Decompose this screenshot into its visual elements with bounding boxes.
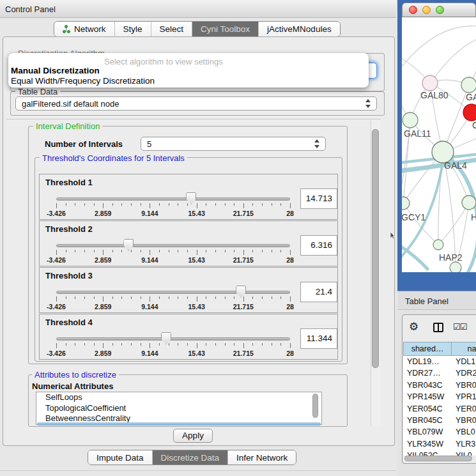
threshold-value-box[interactable]: 21.4 <box>300 282 337 302</box>
slider-tick-labels: -3.4262.8599.14415.4321.71528 <box>56 303 290 311</box>
table-panel-titlebar: Table Panel <box>397 291 476 310</box>
node-label: HAP2 <box>439 252 463 263</box>
tab-label: Style <box>123 24 142 34</box>
node-label: GAL80 <box>420 90 449 100</box>
table-row[interactable]: YIL052CYIL0 <box>403 451 476 456</box>
node-table: shared… na YDL19…YDL1YDR27…YDR2YBR043CYB… <box>403 342 476 456</box>
network-graph: GAL80 GA C GAL11 GAL4 GCY1 H HAP2 <box>402 17 476 272</box>
slider-track[interactable] <box>56 197 290 201</box>
list-horizontal-scrollbar[interactable] <box>37 422 321 426</box>
list-scrollbar[interactable] <box>312 394 318 418</box>
slider-track[interactable] <box>56 291 290 294</box>
apply-button[interactable]: Apply <box>173 429 213 443</box>
tick-label: 21.715 <box>233 210 254 217</box>
gear-icon[interactable]: ⚙ <box>409 320 418 334</box>
tick-label: 9.144 <box>141 256 158 264</box>
network-window-titlebar[interactable] <box>402 3 476 17</box>
table-horizontal-scrollbar[interactable] <box>404 456 472 461</box>
slider-ticks <box>56 343 290 349</box>
table-row[interactable]: YBL079WYBL0 <box>403 427 476 439</box>
table-row[interactable]: YBR043CYBR0 <box>403 381 476 392</box>
panel-scrollbar-thumb[interactable] <box>372 129 379 368</box>
network-view-frame: GAL80 GA C GAL11 GAL4 GCY1 H HAP2 <box>397 0 476 291</box>
tick-label: -3.426 <box>47 256 66 264</box>
slider-tick-labels: -3.4262.8599.14415.4321.71528 <box>56 256 290 264</box>
tick-label: -3.426 <box>47 303 66 311</box>
tab-network[interactable]: Network <box>54 22 114 36</box>
network-node-gcy1[interactable] <box>402 197 410 210</box>
split-columns-icon[interactable] <box>433 323 443 332</box>
tick-label: 2.859 <box>95 256 111 264</box>
threshold-value-box[interactable]: 14.713 <box>300 188 337 209</box>
zoom-traffic-light-icon[interactable] <box>436 6 444 14</box>
table-row[interactable]: YDL19…YDL1 <box>403 357 476 369</box>
table-panel-title: Table Panel <box>405 296 449 306</box>
network-node[interactable] <box>450 262 461 272</box>
network-icon <box>63 25 71 34</box>
close-traffic-light-icon[interactable] <box>409 6 417 14</box>
network-node-gal80[interactable] <box>422 75 438 91</box>
combobox-stepper-icon <box>365 99 371 108</box>
table-row[interactable]: YDR27…YDR2 <box>403 369 476 380</box>
tab-impute-data[interactable]: Impute Data <box>88 450 152 464</box>
tick-label: 21.715 <box>233 303 254 311</box>
combobox-stepper-icon <box>314 139 320 148</box>
top-tab-bar: Network Style Select Cyni Toolbox jActiv… <box>54 21 341 37</box>
threshold-value-box[interactable]: 11.344 <box>300 328 337 349</box>
tick-label: 15.43 <box>188 349 204 357</box>
thresholds-title: Threshold's Coordinates for 5 Intervals <box>40 153 187 163</box>
list-item[interactable]: TopologicalCoefficient <box>36 403 321 414</box>
tab-discretize-data[interactable]: Discretize Data <box>152 450 228 464</box>
slider-track[interactable] <box>56 337 290 341</box>
threshold-row: Threshold 2 -3.4262.8599.14415.4321.7152… <box>39 220 338 266</box>
network-node-hap2[interactable] <box>433 240 443 250</box>
network-node-h[interactable] <box>462 196 476 210</box>
tab-infer-network[interactable]: Infer Network <box>227 450 296 464</box>
threshold-row: Threshold 3 -3.4262.8599.14415.4321.7152… <box>39 267 338 313</box>
network-node-ga[interactable] <box>461 77 476 93</box>
tab-label: Discretize Data <box>161 453 220 463</box>
tab-label: Network <box>74 24 106 34</box>
tick-label: -3.426 <box>47 349 66 357</box>
table-data-combobox[interactable]: galFiltered.sif default node <box>15 96 377 111</box>
list-item[interactable]: SelfLoops <box>36 392 321 403</box>
number-of-intervals-label: Number of Intervals <box>45 139 123 149</box>
threshold-row: Threshold 4 -3.4262.8599.14415.4321.7152… <box>39 314 338 360</box>
threshold-slider[interactable]: -3.4262.8599.14415.4321.71528 <box>56 192 290 219</box>
table-row[interactable]: YPR145WYPR1 <box>403 392 476 404</box>
threshold-slider[interactable]: -3.4262.8599.14415.4321.71528 <box>56 286 290 312</box>
tab-select[interactable]: Select <box>151 22 192 36</box>
node-label: GAL4 <box>444 160 467 171</box>
popup-option-manual[interactable]: Manual Discretization <box>11 66 100 75</box>
slider-track[interactable] <box>56 244 290 247</box>
threshold-value-box[interactable]: 6.316 <box>300 235 337 256</box>
network-node-gal4[interactable] <box>432 141 454 163</box>
tab-style[interactable]: Style <box>114 22 151 36</box>
threshold-slider[interactable]: -3.4262.8599.14415.4321.71528 <box>56 332 290 359</box>
tab-label: Impute Data <box>96 453 144 463</box>
threshold-row: Threshold 1 -3.4262.8599.14415.4321.7152… <box>39 174 338 220</box>
minimize-traffic-light-icon[interactable] <box>422 6 431 14</box>
threshold-slider[interactable]: -3.4262.8599.14415.4321.71528 <box>56 239 290 266</box>
number-of-intervals-combobox[interactable]: 5 <box>141 137 326 151</box>
tab-cyni-toolbox[interactable]: Cyni Toolbox <box>192 22 258 36</box>
network-node-gal11[interactable] <box>403 112 418 128</box>
network-node-red[interactable] <box>463 104 476 121</box>
popup-option-equal-width[interactable]: Equal Width/Frequency Discretization <box>11 76 155 86</box>
column-header-shared-name[interactable]: shared… <box>403 342 452 356</box>
tab-label: Infer Network <box>236 453 288 463</box>
table-row[interactable]: YBR045CYBR0 <box>403 416 476 427</box>
threshold-label: Threshold 2 <box>45 224 93 234</box>
table-data-title: Table Data <box>15 87 60 96</box>
table-row[interactable]: YLR345WYLR3 <box>403 440 476 451</box>
table-row[interactable]: YER054CYER0 <box>403 404 476 416</box>
column-header-name[interactable]: na <box>451 342 476 356</box>
app-window: Control Panel ✕ Network Style Select Cyn… <box>0 0 476 476</box>
tab-jactivemnodules[interactable]: jActiveMNodules <box>258 22 340 36</box>
bottom-tab-bar: Impute Data Discretize Data Infer Networ… <box>88 450 296 465</box>
checkboxes-icon[interactable]: ☑☑ <box>453 322 466 332</box>
network-canvas[interactable]: GAL80 GA C GAL11 GAL4 GCY1 H HAP2 <box>402 17 476 272</box>
numerical-attributes-list[interactable]: SelfLoops TopologicalCoefficient Between… <box>36 392 322 425</box>
tick-label: 15.43 <box>188 210 204 217</box>
slider-tick-labels: -3.4262.8599.14415.4321.71528 <box>56 210 290 217</box>
